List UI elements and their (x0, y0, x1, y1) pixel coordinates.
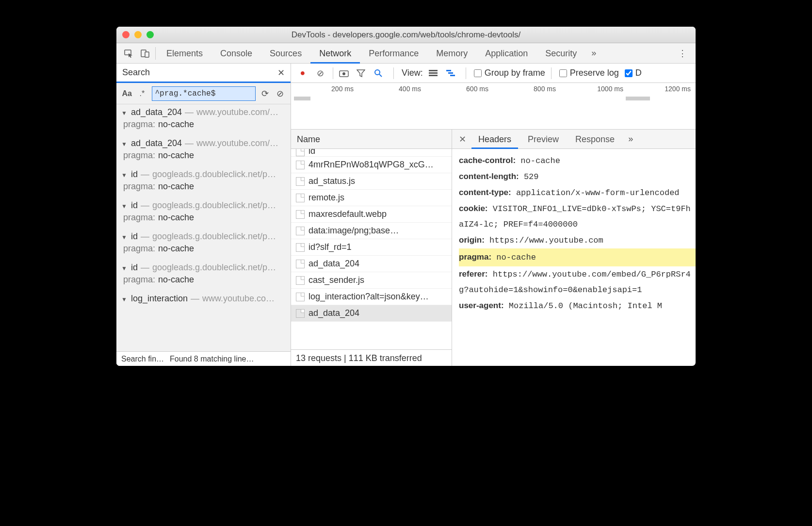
timeline-tick: 1000 ms (561, 85, 628, 93)
request-row[interactable]: id?slf_rd=1 (291, 239, 452, 256)
svg-rect-11 (448, 72, 453, 74)
file-icon (296, 276, 305, 285)
record-icon[interactable]: ● (296, 68, 309, 78)
timeline-tick: 400 ms (358, 85, 426, 93)
refresh-search-icon[interactable]: ⟳ (260, 88, 271, 99)
detail-tab-headers[interactable]: Headers (471, 130, 518, 149)
network-timeline[interactable]: 200 ms400 ms600 ms800 ms1000 ms1200 ms (291, 83, 696, 130)
timeline-tick: 200 ms (291, 85, 358, 93)
disable-cache-checkbox[interactable]: D (625, 68, 642, 78)
tab-application[interactable]: Application (476, 43, 536, 64)
file-icon (296, 194, 305, 202)
search-sidebar: Search ✕ Aa .* ⟳ ⊘ ▼ad_data_204 — www.yo… (116, 64, 291, 366)
separator (155, 47, 156, 60)
kebab-menu-icon[interactable]: ⋮ (673, 48, 692, 59)
request-row[interactable]: ad_data_204 (291, 256, 452, 272)
tab-memory[interactable]: Memory (427, 43, 476, 64)
view-waterfall-icon[interactable] (446, 70, 460, 77)
search-status-bar: Search fin… Found 8 matching line… (116, 351, 291, 366)
header-row[interactable]: pragma: no-cache (459, 248, 696, 266)
svg-line-6 (379, 74, 382, 77)
timeline-tick: 1200 ms (628, 85, 696, 93)
header-row[interactable]: content-length: 529 (459, 169, 696, 185)
tab-console[interactable]: Console (211, 43, 261, 64)
file-icon (296, 227, 305, 235)
svg-point-5 (375, 70, 380, 75)
timeline-segment (626, 97, 650, 100)
screenshots-icon[interactable] (339, 69, 353, 77)
search-result[interactable]: ▼ad_data_204 — www.youtube.com/…pragma:n… (116, 135, 291, 166)
svg-rect-9 (429, 75, 438, 76)
tab-network[interactable]: Network (310, 43, 360, 64)
timeline-segment (294, 97, 310, 100)
network-toolbar: ● ⊘ View: (291, 64, 696, 83)
search-result[interactable]: ▼id — googleads.g.doubleclick.net/p…prag… (116, 229, 291, 260)
view-label: View: (402, 68, 423, 78)
titlebar: DevTools - developers.google.com/web/too… (116, 27, 696, 43)
headers-list: cache-control: no-cachecontent-length: 5… (452, 149, 696, 366)
request-row[interactable]: data:image/png;base… (291, 223, 452, 239)
window-title: DevTools - developers.google.com/web/too… (116, 30, 696, 40)
file-icon (296, 309, 305, 318)
detail-tab-preview[interactable]: Preview (521, 130, 566, 149)
more-detail-tabs-icon[interactable]: » (628, 134, 633, 144)
search-controls: Aa .* ⟳ ⊘ (116, 83, 291, 104)
header-row[interactable]: user-agent: Mozilla/5.0 (Macintosh; Inte… (459, 298, 696, 314)
header-row[interactable]: origin: https://www.youtube.com (459, 232, 696, 248)
close-search-icon[interactable]: ✕ (277, 67, 285, 78)
request-row[interactable]: id (291, 149, 452, 157)
search-result[interactable]: ▼ad_data_204 — www.youtube.com/…pragma:n… (116, 104, 291, 135)
search-result[interactable]: ▼id — googleads.g.doubleclick.net/p…prag… (116, 197, 291, 229)
disclosure-triangle-icon: ▼ (121, 296, 127, 303)
search-network-icon[interactable] (374, 69, 388, 78)
filter-icon[interactable] (357, 69, 370, 77)
svg-rect-8 (429, 72, 438, 74)
svg-rect-12 (450, 75, 455, 76)
header-row[interactable]: cookie: VISITOR_INFO1_LIVE=dDk0-xTswPs; … (459, 201, 696, 232)
detail-tab-response[interactable]: Response (568, 130, 621, 149)
file-icon (296, 210, 305, 219)
devtools-window: DevTools - developers.google.com/web/too… (116, 27, 696, 366)
close-detail-icon[interactable]: ✕ (456, 134, 469, 145)
request-row[interactable]: remote.js (291, 190, 452, 206)
file-icon (296, 260, 305, 268)
group-by-frame-checkbox[interactable]: Group by frame (474, 68, 545, 78)
clear-search-icon[interactable]: ⊘ (275, 88, 286, 99)
device-toggle-icon[interactable] (137, 45, 153, 62)
search-input[interactable] (152, 86, 256, 101)
detail-tabs: ✕ HeadersPreviewResponse » (452, 130, 696, 149)
disclosure-triangle-icon: ▼ (121, 110, 127, 116)
search-status-1: Search fin… (121, 355, 164, 363)
header-row[interactable]: referer: https://www.youtube.com/embed/G… (459, 266, 696, 298)
view-large-icon[interactable] (429, 70, 442, 77)
search-result[interactable]: ▼id — googleads.g.doubleclick.net/p…prag… (116, 260, 291, 291)
svg-point-4 (342, 72, 345, 75)
header-row[interactable]: cache-control: no-cache (459, 153, 696, 169)
disclosure-triangle-icon: ▼ (121, 265, 127, 272)
timeline-tick: 800 ms (493, 85, 561, 93)
regex-toggle[interactable]: .* (136, 89, 147, 98)
header-row[interactable]: content-type: application/x-www-form-url… (459, 185, 696, 201)
main-tabs: ElementsConsoleSourcesNetworkPerformance… (116, 43, 696, 64)
request-row[interactable]: ad_data_204 (291, 305, 452, 322)
inspect-icon[interactable] (120, 45, 137, 62)
search-result[interactable]: ▼id — googleads.g.doubleclick.net/p…prag… (116, 166, 291, 197)
request-row[interactable]: 4mrRnEPnWo81qWPG8_xcG… (291, 157, 452, 173)
request-row[interactable]: cast_sender.js (291, 272, 452, 289)
tab-elements[interactable]: Elements (158, 43, 211, 64)
match-case-toggle[interactable]: Aa (121, 89, 132, 98)
search-result[interactable]: ▼log_interaction — www.youtube.co… (116, 291, 291, 306)
tab-performance[interactable]: Performance (360, 43, 427, 64)
file-icon (296, 243, 305, 252)
clear-icon[interactable]: ⊘ (313, 68, 327, 79)
request-row[interactable]: ad_status.js (291, 173, 452, 190)
more-tabs-icon[interactable]: » (585, 45, 602, 62)
request-list-header[interactable]: Name (291, 130, 452, 149)
request-row[interactable]: log_interaction?alt=json&key… (291, 289, 452, 305)
file-icon (296, 161, 305, 169)
preserve-log-checkbox[interactable]: Preserve log (559, 68, 619, 78)
tab-sources[interactable]: Sources (261, 43, 310, 64)
disclosure-triangle-icon: ▼ (121, 172, 127, 179)
tab-security[interactable]: Security (536, 43, 585, 64)
request-row[interactable]: maxresdefault.webp (291, 206, 452, 223)
